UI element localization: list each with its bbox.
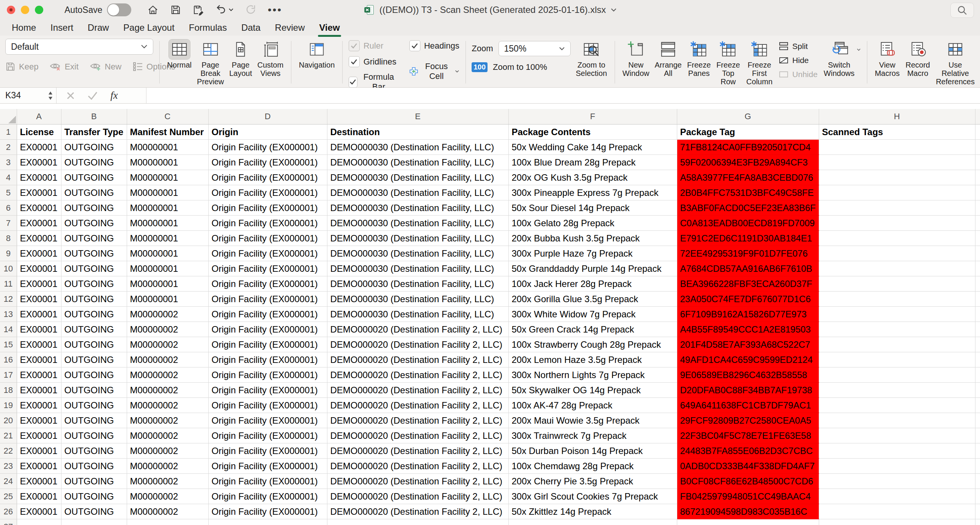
cell-C9[interactable]: M00000001 [127,246,208,261]
cell-G6[interactable]: B3ABF0FACD0C5EF23EA83B6F [677,200,819,215]
cell-C27[interactable] [127,519,208,525]
cell-H23[interactable] [819,459,975,474]
cell-A3[interactable]: EX00001 [17,155,61,170]
column-header-D[interactable]: D [208,109,327,124]
cell-G20[interactable]: 29FCF92809B27C2580CEA0A5 [677,413,819,428]
row-header-11[interactable]: 11 [0,276,17,292]
cell-G3[interactable]: 59F02006394E3FB29A894CF3 [677,155,819,170]
cell-C10[interactable]: M00000001 [127,261,208,276]
row-header-8[interactable]: 8 [0,231,17,246]
cell-E9[interactable]: DEMO000030 (Destination Facility, LLC) [327,246,508,261]
cell-D17[interactable]: Origin Facility (EX000001) [208,367,327,383]
cell-D6[interactable]: Origin Facility (EX000001) [208,200,327,215]
cell-G18[interactable]: D20DFAB0C88F34BB7AF19738 [677,383,819,398]
cell-D14[interactable]: Origin Facility (EX000001) [208,322,327,337]
cell-H13[interactable] [819,307,975,322]
cell-D8[interactable]: Origin Facility (EX000001) [208,231,327,246]
cell-B14[interactable]: OUTGOING [61,322,127,337]
cell-G4[interactable]: A58A3977FE4FA8AB3CEBD076 [677,170,819,185]
cell-A8[interactable]: EX00001 [17,231,61,246]
cell-F14[interactable]: 50x Green Crack 14g Prepack [508,322,677,337]
insert-function-icon[interactable]: fx [110,89,118,101]
cell-C7[interactable]: M00000001 [127,215,208,231]
cell-B24[interactable]: OUTGOING [61,474,127,489]
cell-C3[interactable]: M00000001 [127,155,208,170]
zoom-to-selection-button[interactable]: Zoom to Selection [574,39,609,86]
cell-D21[interactable]: Origin Facility (EX000001) [208,428,327,444]
cell-E26[interactable]: DEMO000020 (Destination Facility 2, LLC) [327,504,508,519]
row-header-16[interactable]: 16 [0,352,17,367]
cell-E1[interactable]: Destination [327,124,508,140]
cell-G24[interactable]: B0CF08CF86E62B48500C7CD6 [677,474,819,489]
cell-E23[interactable]: DEMO000020 (Destination Facility 2, LLC) [327,459,508,474]
cell-C17[interactable]: M00000002 [127,367,208,383]
cell-F27[interactable] [508,519,677,525]
cell-B22[interactable]: OUTGOING [61,444,127,459]
cell-C24[interactable]: M00000002 [127,474,208,489]
cell-B9[interactable]: OUTGOING [61,246,127,261]
cell-B18[interactable]: OUTGOING [61,383,127,398]
cell-F16[interactable]: 200x Lemon Haze 3.5g Prepack [508,352,677,367]
tab-insert[interactable]: Insert [43,21,80,35]
row-header-20[interactable]: 20 [0,413,17,428]
cell-G11[interactable]: BEA3966228FBF3ECA260D37F [677,276,819,292]
cell-G8[interactable]: E791C2ED6C1191D30AB184E1 [677,231,819,246]
cell-D4[interactable]: Origin Facility (EX000001) [208,170,327,185]
column-header-F[interactable]: F [508,109,677,124]
cell-C25[interactable]: M00000002 [127,489,208,504]
cell-A26[interactable]: EX00001 [17,504,61,519]
cell-H24[interactable] [819,474,975,489]
cell-H15[interactable] [819,337,975,352]
autosave-toggle[interactable] [107,3,131,16]
cell-C18[interactable]: M00000002 [127,383,208,398]
cell-E7[interactable]: DEMO000030 (Destination Facility, LLC) [327,215,508,231]
cell-B2[interactable]: OUTGOING [61,140,127,155]
cell-H11[interactable] [819,276,975,292]
cell-F22[interactable]: 50x Durban Poison 14g Prepack [508,444,677,459]
cell-E12[interactable]: DEMO000030 (Destination Facility, LLC) [327,292,508,307]
cell-H1[interactable]: Scanned Tags [819,124,975,140]
cell-C11[interactable]: M00000001 [127,276,208,292]
cell-F15[interactable]: 100x Strawberry Cough 28g Prepack [508,337,677,352]
name-box-stepper-icon[interactable] [48,91,53,101]
row-header-25[interactable]: 25 [0,489,17,504]
cell-A22[interactable]: EX00001 [17,444,61,459]
cell-H6[interactable] [819,200,975,215]
column-header-A[interactable]: A [17,109,61,124]
row-header-19[interactable]: 19 [0,398,17,413]
cell-A7[interactable]: EX00001 [17,215,61,231]
cell-D11[interactable]: Origin Facility (EX000001) [208,276,327,292]
row-header-12[interactable]: 12 [0,292,17,307]
cell-G13[interactable]: 6F7109B9162A15826D77E973 [677,307,819,322]
cell-F24[interactable]: 200x Cherry Pie 3.5g Prepack [508,474,677,489]
cell-B10[interactable]: OUTGOING [61,261,127,276]
cell-E24[interactable]: DEMO000020 (Destination Facility 2, LLC) [327,474,508,489]
cell-A13[interactable]: EX00001 [17,307,61,322]
arrange-all-button[interactable]: Arrange All [653,39,683,77]
cancel-icon[interactable] [67,91,75,100]
freeze-top-row-button[interactable]: Freeze Top Row [715,39,742,86]
cell-F20[interactable]: 200x Maui Wowie 3.5g Prepack [508,413,677,428]
cell-B3[interactable]: OUTGOING [61,155,127,170]
cell-B19[interactable]: OUTGOING [61,398,127,413]
cell-A17[interactable]: EX00001 [17,367,61,383]
cell-A1[interactable]: License [17,124,61,140]
cell-H4[interactable] [819,170,975,185]
cell-G27[interactable] [677,519,819,525]
cell-D18[interactable]: Origin Facility (EX000001) [208,383,327,398]
undo-button[interactable] [215,4,234,16]
view-macros-button[interactable]: View Macros [873,39,902,77]
cell-E18[interactable]: DEMO000020 (Destination Facility 2, LLC) [327,383,508,398]
cell-G10[interactable]: A7684CDB57AA916AB6F7610B [677,261,819,276]
row-header-14[interactable]: 14 [0,322,17,337]
cell-F10[interactable]: 50x Granddaddy Purple 14g Prepack [508,261,677,276]
cell-A23[interactable]: EX00001 [17,459,61,474]
cell-F12[interactable]: 200x Gorilla Glue 3.5g Prepack [508,292,677,307]
cell-H19[interactable] [819,398,975,413]
row-header-26[interactable]: 26 [0,504,17,519]
cell-E4[interactable]: DEMO000030 (Destination Facility, LLC) [327,170,508,185]
cell-A5[interactable]: EX00001 [17,185,61,200]
record-macro-button[interactable]: Record Macro [904,39,932,77]
cell-D7[interactable]: Origin Facility (EX000001) [208,215,327,231]
cell-G14[interactable]: A4B55F89549CCC1A2E819503 [677,322,819,337]
